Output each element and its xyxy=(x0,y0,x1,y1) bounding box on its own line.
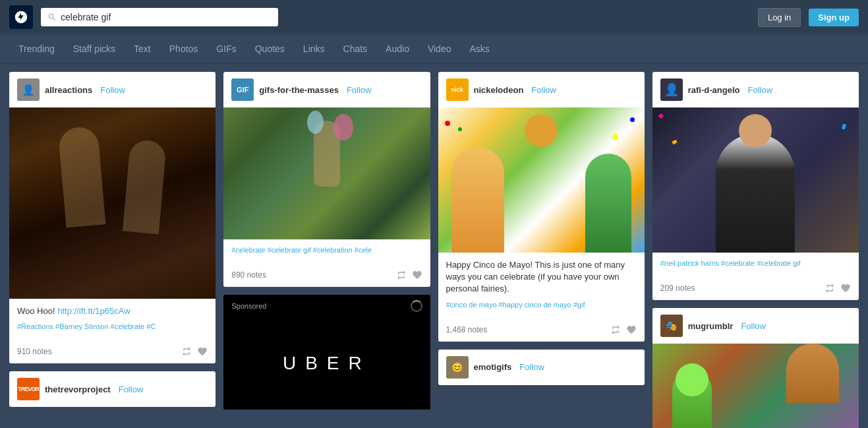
username-gifs[interactable]: gifs-for-the-masses xyxy=(259,85,339,95)
post-emotigifs: 😊 emotigifs Follow xyxy=(438,350,645,385)
post-emotigifs-header: 😊 emotigifs Follow xyxy=(438,350,645,385)
post-actions-gifs xyxy=(396,270,422,280)
post-image-allreactions xyxy=(9,107,216,299)
post-gifs-footer: 890 notes xyxy=(223,266,430,287)
follow-trevorproject[interactable]: Follow xyxy=(119,384,144,394)
login-button[interactable]: Log in xyxy=(758,8,801,27)
post-mugr-header: 🎭 mugrumblr Follow xyxy=(652,308,859,344)
post-thetrevorproject: TREVOR thetrevorproject Follow xyxy=(9,371,216,407)
username-emotigifs[interactable]: emotigifs xyxy=(474,362,512,372)
nav-item-staff-picks[interactable]: Staff picks xyxy=(64,34,125,63)
nav-item-photos[interactable]: Photos xyxy=(160,34,208,63)
username-rafi[interactable]: rafi-d-angelo xyxy=(688,85,740,95)
nav: Trending Staff picks Text Photos GIFs Qu… xyxy=(0,34,868,64)
post-allreactions-footer: 910 notes xyxy=(9,342,216,363)
post-image-mugrumblr xyxy=(652,344,859,428)
notes-rafi: 209 notes xyxy=(660,284,695,293)
post-actions-nick xyxy=(610,324,637,335)
follow-allreactions[interactable]: Follow xyxy=(100,85,125,95)
post-nick-header: nick nickelodeon Follow xyxy=(438,72,645,107)
post-actions-allreactions xyxy=(181,346,208,357)
avatar-rafi: 👤 xyxy=(660,78,683,101)
username-nickelodeon[interactable]: nickelodeon xyxy=(474,85,524,95)
post-image-nickelodeon xyxy=(438,107,645,253)
reblog-icon-nick[interactable] xyxy=(610,324,621,335)
post-rafi-tags: #neil patrick harris #celebrate #celebra… xyxy=(660,259,851,267)
avatar-emotigifs: 😊 xyxy=(446,356,469,379)
column-3: nick nickelodeon Follow Happy Cinco de M… xyxy=(438,72,645,385)
post-gifs-tags: #celebrate #celebrate gif #celebration #… xyxy=(231,246,422,254)
post-link[interactable]: http://ift.tt/1p65cAw xyxy=(57,306,130,316)
like-icon[interactable] xyxy=(197,346,208,357)
post-rafi-footer: 209 notes xyxy=(652,279,859,300)
reblog-icon[interactable] xyxy=(181,346,192,357)
post-allreactions: 👤 allreactions Follow Woo Hoo! http://if… xyxy=(9,72,216,363)
signup-button[interactable]: Sign up xyxy=(809,9,859,26)
post-tags: #Reactions #Barney Stinson #celebrate #C xyxy=(17,322,208,330)
search-box xyxy=(41,8,278,26)
post-image-gifs xyxy=(223,107,430,239)
nav-item-video[interactable]: Video xyxy=(419,34,461,63)
post-mugrumblr: 🎭 mugrumblr Follow xyxy=(652,308,859,428)
post-nickelodeon: nick nickelodeon Follow Happy Cinco de M… xyxy=(438,72,645,342)
nav-item-gifs[interactable]: GIFs xyxy=(207,34,245,63)
spinner-icon xyxy=(411,300,422,312)
post-actions-rafi xyxy=(825,283,851,293)
nav-item-audio[interactable]: Audio xyxy=(376,34,419,63)
avatar-nickelodeon: nick xyxy=(446,78,469,101)
post-text: Woo Hoo! http://ift.tt/1p65cAw xyxy=(17,305,208,317)
nav-item-text[interactable]: Text xyxy=(125,34,160,63)
column-2: GIF gifs-for-the-masses Follow #celebrat… xyxy=(223,72,430,410)
avatar-allreactions: 👤 xyxy=(17,78,40,101)
post-gifs-masses: GIF gifs-for-the-masses Follow #celebrat… xyxy=(223,72,430,287)
like-icon-nick[interactable] xyxy=(626,324,637,335)
follow-mugrumblr[interactable]: Follow xyxy=(741,321,766,331)
username-allreactions[interactable]: allreactions xyxy=(45,85,92,95)
post-gifs-header: GIF gifs-for-the-masses Follow xyxy=(223,72,430,107)
post-nick-tags: #cinco de mayo #happy cinco de mayo #gif xyxy=(446,301,637,309)
search-input[interactable] xyxy=(61,12,272,22)
username-mugrumblr[interactable]: mugrumblr xyxy=(688,321,734,331)
like-icon-gifs[interactable] xyxy=(412,270,422,280)
logo[interactable] xyxy=(9,5,33,29)
post-nick-text: Happy Cinco de Mayo! This is just one of… xyxy=(446,259,637,295)
reblog-icon-gifs[interactable] xyxy=(396,270,407,280)
notes-gifs: 890 notes xyxy=(231,270,266,280)
column-1: 👤 allreactions Follow Woo Hoo! http://if… xyxy=(9,72,216,407)
post-allreactions-body: Woo Hoo! http://ift.tt/1p65cAw #Reaction… xyxy=(9,299,216,342)
like-icon-rafi[interactable] xyxy=(840,283,851,293)
post-image-rafi xyxy=(652,107,859,253)
header: Log in Sign up xyxy=(0,0,868,34)
post-rafi-body: #neil patrick harris #celebrate #celebra… xyxy=(652,253,859,279)
main-content: 👤 allreactions Follow Woo Hoo! http://if… xyxy=(0,64,868,428)
sponsored-card: Sponsored UBER xyxy=(223,295,430,410)
nav-item-asks[interactable]: Asks xyxy=(460,34,498,63)
follow-nickelodeon[interactable]: Follow xyxy=(531,85,556,95)
avatar-gifs-masses: GIF xyxy=(231,78,254,101)
follow-emotigifs[interactable]: Follow xyxy=(519,362,544,372)
search-icon xyxy=(47,13,57,22)
sponsored-label: Sponsored xyxy=(223,295,430,317)
post-rafi: 👤 rafi-d-angelo Follow #neil patrick har… xyxy=(652,72,859,300)
username-trevorproject[interactable]: thetrevorproject xyxy=(45,384,111,394)
post-trevor-header: TREVOR thetrevorproject Follow xyxy=(9,371,216,407)
nav-item-links[interactable]: Links xyxy=(294,34,334,63)
post-gifs-body: #celebrate #celebrate gif #celebration #… xyxy=(223,239,430,266)
post-nick-body: Happy Cinco de Mayo! This is just one of… xyxy=(438,253,645,321)
reblog-icon-rafi[interactable] xyxy=(825,283,835,293)
avatar-mugrumblr: 🎭 xyxy=(660,315,683,337)
notes-nickelodeon: 1,468 notes xyxy=(446,325,488,334)
post-allreactions-header: 👤 allreactions Follow xyxy=(9,72,216,107)
sponsored-body: UBER xyxy=(223,317,430,410)
nav-item-trending[interactable]: Trending xyxy=(9,34,64,63)
follow-rafi[interactable]: Follow xyxy=(747,85,772,95)
post-rafi-header: 👤 rafi-d-angelo Follow xyxy=(652,72,859,107)
column-4: 👤 rafi-d-angelo Follow #neil patrick har… xyxy=(652,72,859,428)
post-nick-footer: 1,468 notes xyxy=(438,321,645,342)
notes-allreactions: 910 notes xyxy=(17,347,52,356)
nav-item-quotes[interactable]: Quotes xyxy=(246,34,294,63)
nav-item-chats[interactable]: Chats xyxy=(334,34,377,63)
uber-logo: UBER xyxy=(283,353,371,374)
avatar-trevorproject: TREVOR xyxy=(17,378,40,400)
follow-gifs[interactable]: Follow xyxy=(347,85,372,95)
